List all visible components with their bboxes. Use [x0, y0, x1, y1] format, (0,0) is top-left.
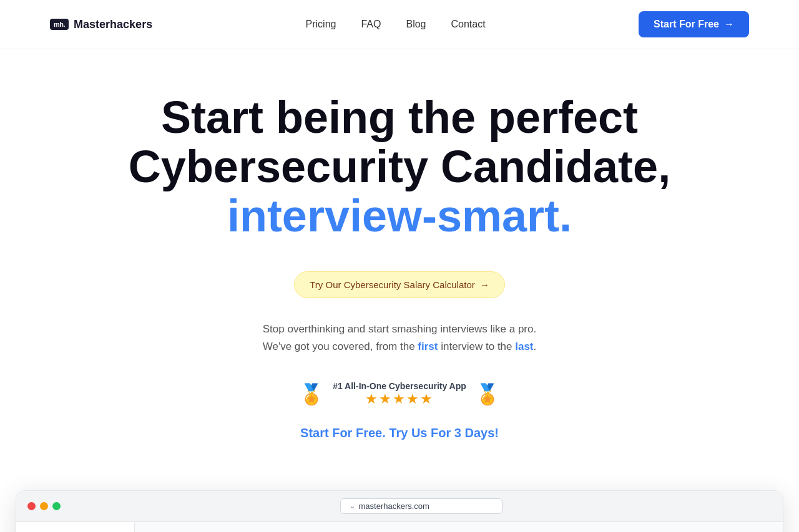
start-for-free-button[interactable]: Start For Free →: [639, 11, 749, 37]
nav-blog[interactable]: Blog: [406, 19, 426, 29]
logo-name: Masterhackers: [74, 18, 152, 31]
app-sidebar: masterhackers Beta 2.0 ⊞ Dashboard ☰ Pra…: [16, 522, 135, 532]
browser-mockup: ⌄ masterhackers.com masterhackers Beta 2…: [16, 490, 783, 532]
app-content: masterhackers Beta 2.0 ⊞ Dashboard ☰ Pra…: [16, 522, 783, 532]
maximize-dot: [52, 502, 61, 510]
award-text: #1 All-In-One Cybersecurity App: [333, 381, 466, 391]
navbar: mh. Masterhackers Pricing FAQ Blog Conta…: [0, 0, 799, 49]
star-rating: ★★★★★: [333, 391, 466, 407]
salary-calculator-button[interactable]: Try Our Cybersecurity Salary Calculator …: [294, 271, 505, 298]
hero-title-accent: interview-smart.: [227, 191, 572, 241]
nav-contact[interactable]: Contact: [451, 19, 486, 29]
window-controls: [27, 502, 61, 510]
award-section: 🏅 #1 All-In-One Cybersecurity App ★★★★★ …: [25, 381, 774, 407]
nav-links: Pricing FAQ Blog Contact: [306, 19, 486, 30]
hero-subtitle: Stop overthinking and start smashing int…: [212, 321, 587, 357]
nav-faq[interactable]: FAQ: [361, 19, 381, 29]
nav-pricing[interactable]: Pricing: [306, 19, 336, 29]
laurel-left-icon: 🏅: [299, 382, 324, 406]
app-main-content: Dashboard Continue your cybersecurity jo…: [135, 522, 783, 532]
hero-section: Start being the perfect Cybersecurity Ca…: [0, 49, 799, 490]
logo[interactable]: mh. Masterhackers: [50, 18, 152, 31]
hero-title: Start being the perfect Cybersecurity Ca…: [119, 93, 680, 241]
url-lock-icon: ⌄: [350, 502, 355, 510]
try-us-cta[interactable]: Try Us For 3 Days!: [389, 426, 499, 440]
minimize-dot: [40, 502, 48, 510]
url-bar: ⌄ masterhackers.com: [340, 498, 502, 514]
close-dot: [27, 502, 36, 510]
browser-bar: ⌄ masterhackers.com: [16, 491, 783, 522]
logo-badge: mh.: [50, 19, 69, 30]
hero-free-text: Start For Free. Try Us For 3 Days!: [25, 426, 774, 440]
laurel-right-icon: 🏅: [475, 382, 500, 406]
